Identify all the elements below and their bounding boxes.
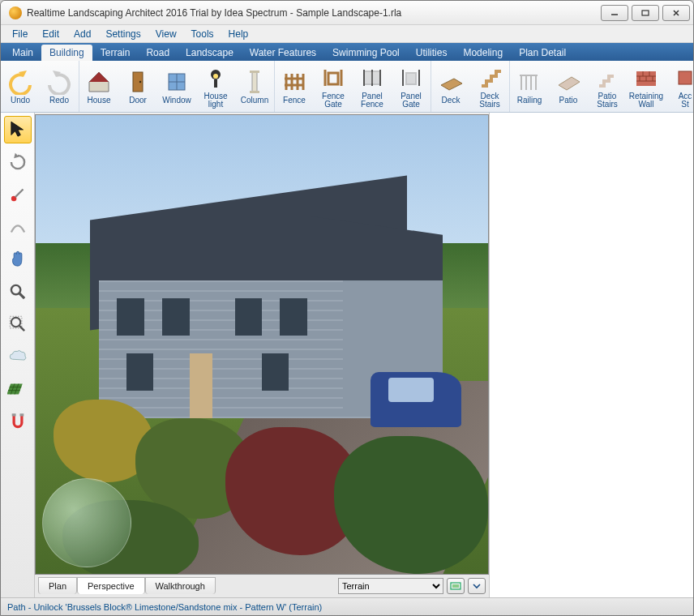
svg-rect-56 xyxy=(11,413,15,416)
layer-dropdown-button[interactable] xyxy=(468,578,486,594)
house-window xyxy=(235,298,262,335)
tab-terrain[interactable]: Terrain xyxy=(92,45,139,61)
view-tabs: Plan Perspective Walkthrough Terrain xyxy=(35,575,489,597)
layer-selector-group: Terrain xyxy=(338,578,486,594)
maximize-button[interactable] xyxy=(632,5,659,21)
snap-tool[interactable] xyxy=(4,408,32,435)
deckstairs-icon xyxy=(477,65,503,91)
tab-building[interactable]: Building xyxy=(41,45,92,61)
redo-icon xyxy=(46,69,72,95)
menu-help[interactable]: Help xyxy=(222,27,255,41)
svg-point-48 xyxy=(11,318,19,327)
viewport-3d[interactable] xyxy=(35,114,489,575)
ribbon-retwall-button[interactable]: Retaining Wall xyxy=(627,61,666,112)
viewport-column: Plan Perspective Walkthrough Terrain xyxy=(35,113,489,597)
tab-main[interactable]: Main xyxy=(4,45,41,61)
ribbon-label: Panel Gate xyxy=(401,92,422,109)
retwall-icon xyxy=(633,65,659,91)
ribbon-railing-button[interactable]: Railing xyxy=(510,61,549,112)
ribbon-label: Deck Stairs xyxy=(479,92,500,109)
category-tabbar: Main Building Terrain Road Landscape Wat… xyxy=(1,43,693,61)
ribbon-fencegate-button[interactable]: Fence Gate xyxy=(314,61,353,112)
ribbon-fence-button[interactable]: Fence xyxy=(275,61,314,112)
ribbon-undo-button[interactable]: Undo xyxy=(1,61,40,112)
tab-road[interactable]: Road xyxy=(138,45,178,61)
grid-tool[interactable] xyxy=(4,375,32,403)
workarea: Plan Perspective Walkthrough Terrain xyxy=(1,113,693,597)
tab-modeling[interactable]: Modeling xyxy=(455,45,511,61)
close-button[interactable] xyxy=(662,5,690,21)
house-window xyxy=(162,298,189,335)
ribbon-label: Redo xyxy=(49,96,69,105)
ribbon-label: Patio Stairs xyxy=(597,92,618,109)
menu-add[interactable]: Add xyxy=(67,27,97,41)
tab-landscape[interactable]: Landscape xyxy=(178,45,242,61)
svg-rect-51 xyxy=(7,384,23,395)
ribbon-label: Railing xyxy=(517,96,542,105)
svg-rect-23 xyxy=(328,73,338,84)
ribbon-label: Acc St xyxy=(679,92,692,109)
view-tab-plan[interactable]: Plan xyxy=(38,577,77,594)
svg-rect-59 xyxy=(452,584,459,588)
ribbon-label: House xyxy=(88,96,111,105)
ribbon: UndoRedoHouseDoorWindowHouse lightColumn… xyxy=(1,61,693,113)
ribbon-deckstairs-button[interactable]: Deck Stairs xyxy=(470,61,509,112)
curve-tool[interactable] xyxy=(4,213,32,241)
select-tool[interactable] xyxy=(4,116,32,143)
layer-select[interactable]: Terrain xyxy=(338,578,443,594)
adjust-tool[interactable] xyxy=(4,181,32,208)
deck-icon xyxy=(438,69,464,95)
panelgate-icon xyxy=(398,65,424,91)
ribbon-label: Panel Fence xyxy=(361,92,383,109)
tab-swimming-pool[interactable]: Swimming Pool xyxy=(324,45,408,61)
minimize-button[interactable] xyxy=(601,5,628,21)
navigation-compass[interactable] xyxy=(42,478,131,567)
svg-rect-57 xyxy=(19,413,24,416)
ribbon-house-button[interactable]: House xyxy=(79,61,118,112)
house-window xyxy=(280,298,306,335)
ribbon-panelfence-button[interactable]: Panel Fence xyxy=(353,61,392,112)
menu-settings[interactable]: Settings xyxy=(99,27,147,41)
window-buttons xyxy=(601,5,690,21)
side-toolbar xyxy=(1,113,35,597)
ribbon-group: FenceFence GatePanel FencePanel Gate xyxy=(275,61,431,112)
menu-file[interactable]: File xyxy=(6,27,34,41)
ribbon-patio-button[interactable]: Patio xyxy=(549,61,588,112)
tab-plan-detail[interactable]: Plan Detail xyxy=(511,45,574,61)
svg-point-46 xyxy=(11,285,19,294)
patiostairs-icon xyxy=(594,65,620,91)
cloud-tool[interactable] xyxy=(4,343,32,370)
zoom-selection-tool[interactable] xyxy=(4,310,32,338)
ribbon-group: UndoRedo xyxy=(1,61,79,112)
view-tab-walkthrough[interactable]: Walkthrough xyxy=(145,577,216,594)
menu-view[interactable]: View xyxy=(149,27,183,41)
ribbon-redo-button[interactable]: Redo xyxy=(40,61,79,112)
svg-point-11 xyxy=(213,74,218,79)
svg-rect-1 xyxy=(642,11,649,15)
ribbon-label: Fence Gate xyxy=(322,92,345,109)
ribbon-houselight-button[interactable]: House light xyxy=(196,61,235,112)
ribbon-accessory-button[interactable]: Acc St xyxy=(666,61,693,112)
tab-utilities[interactable]: Utilities xyxy=(408,45,456,61)
ribbon-deck-button[interactable]: Deck xyxy=(431,61,470,112)
svg-rect-30 xyxy=(406,73,416,84)
view-tab-perspective[interactable]: Perspective xyxy=(77,577,144,594)
ribbon-label: Fence xyxy=(283,96,306,105)
ribbon-column-button[interactable]: Column xyxy=(235,61,274,112)
svg-line-47 xyxy=(19,293,24,299)
app-window: Realtime Landscaping Architect 2016 Tria… xyxy=(0,0,694,616)
menu-edit[interactable]: Edit xyxy=(36,27,66,41)
column-icon xyxy=(242,69,268,95)
menu-tools[interactable]: Tools xyxy=(185,27,221,41)
ribbon-panelgate-button[interactable]: Panel Gate xyxy=(392,61,431,112)
ribbon-window-button[interactable]: Window xyxy=(157,61,196,112)
tab-water-features[interactable]: Water Features xyxy=(242,45,324,61)
svg-rect-13 xyxy=(250,71,259,73)
layer-visibility-button[interactable] xyxy=(447,578,465,594)
zoom-tool[interactable] xyxy=(4,278,32,306)
ribbon-patiostairs-button[interactable]: Patio Stairs xyxy=(588,61,627,112)
ribbon-door-button[interactable]: Door xyxy=(118,61,157,112)
window-icon xyxy=(164,69,190,95)
pan-tool[interactable] xyxy=(4,246,32,273)
rotate-tool[interactable] xyxy=(4,148,32,176)
